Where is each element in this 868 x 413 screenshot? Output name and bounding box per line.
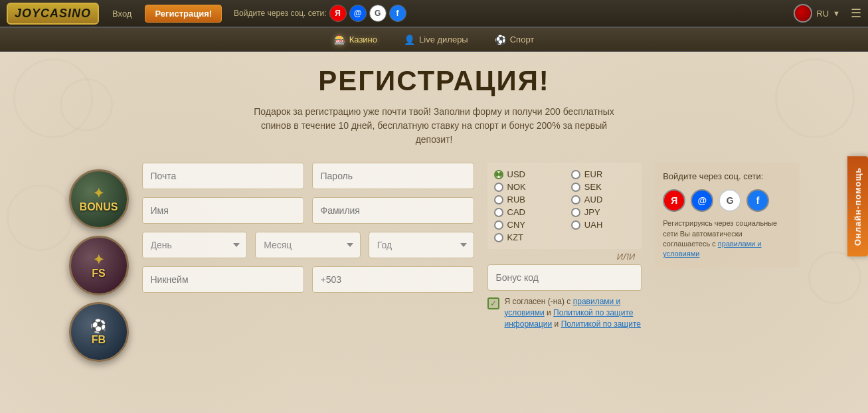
logo[interactable]: JOYCASINO (7, 3, 99, 25)
year-select[interactable]: Год (369, 232, 474, 258)
kzt-radio[interactable] (494, 233, 503, 242)
live-icon: 👤 (404, 35, 415, 45)
mail-social-icon[interactable]: @ (691, 189, 713, 212)
currency-aud[interactable]: AUD (571, 195, 635, 205)
currency-eur[interactable]: EUR (571, 169, 635, 179)
gear-decoration-4 (775, 58, 855, 138)
register-button[interactable]: Регистрация! (145, 5, 222, 23)
name-input[interactable] (142, 197, 304, 224)
agree-text-before: Я согласен (-на) с (505, 297, 573, 306)
language-area: RU ▼ (794, 4, 840, 23)
currency-usd[interactable]: USD (494, 169, 558, 179)
eur-radio[interactable] (571, 170, 580, 179)
agree-checkbox[interactable]: ✓ (487, 297, 499, 309)
nav-casino-label: Казино (349, 35, 377, 44)
currency-cad[interactable]: CAD (494, 207, 558, 217)
currency-nok[interactable]: NOK (494, 182, 558, 192)
right-panels: USD EUR NOK SEK (487, 163, 800, 329)
social-login-nav: Войдите через соц. сети: Я @ G f (234, 5, 406, 22)
password-input[interactable] (312, 163, 474, 189)
fb-icon: ⚽ (90, 318, 107, 334)
sek-radio[interactable] (571, 183, 580, 192)
currency-grid: USD EUR NOK SEK (487, 163, 642, 249)
day-select[interactable]: День (142, 232, 248, 258)
currency-kzt[interactable]: KZT (494, 232, 558, 242)
login-button[interactable]: Вход (104, 7, 139, 21)
or-row: ИЛИ (487, 252, 642, 262)
phone-input[interactable] (312, 266, 474, 293)
eur-label: EUR (584, 169, 602, 179)
cny-radio[interactable] (494, 220, 503, 230)
policy-link[interactable]: Политикой по защите (561, 319, 641, 329)
usd-label: USD (507, 169, 525, 179)
bonus-code-input[interactable] (487, 264, 642, 291)
cad-radio[interactable] (494, 208, 503, 217)
surname-input[interactable] (312, 197, 474, 224)
hamburger-menu-icon[interactable]: ☰ (851, 6, 861, 21)
page-title: РЕГИСТРАЦИЯ! (318, 65, 550, 97)
social-right-panel: Войдите через соц. сети: Я @ G f Регистр… (655, 163, 799, 268)
currency-sek[interactable]: SEK (571, 182, 635, 192)
bonus-label: BONUS (80, 201, 118, 213)
fb-circle[interactable]: ⚽ FB (69, 302, 129, 362)
bonus-plus-icon: ✦ (93, 185, 104, 201)
google-social-icon[interactable]: G (719, 189, 741, 212)
uah-radio[interactable] (571, 220, 580, 230)
rub-label: RUB (507, 195, 525, 205)
nav-item-casino[interactable]: 🎰 Казино (334, 35, 377, 45)
page-subtitle: Подарок за регистрацию уже почти твой! З… (242, 105, 627, 147)
social-icons-row: Я @ G f (663, 189, 791, 212)
yandex-social-icon[interactable]: Я (663, 189, 685, 212)
facebook-social-icon[interactable]: f (746, 189, 769, 212)
jpy-radio[interactable] (571, 208, 580, 217)
currency-rub[interactable]: RUB (494, 195, 558, 205)
nickname-input[interactable] (142, 266, 304, 293)
sport-icon: ⚽ (495, 35, 506, 45)
fs-plus-icon: ✦ (93, 252, 104, 268)
flag-icon (794, 4, 812, 23)
rub-radio[interactable] (494, 195, 503, 205)
agree-text-middle2: и (555, 319, 561, 329)
currency-jpy[interactable]: JPY (571, 207, 635, 217)
email-input[interactable] (142, 163, 304, 189)
online-help-button[interactable]: Онлайн-помощь (847, 157, 868, 257)
google-login-icon[interactable]: G (369, 5, 387, 22)
uah-label: UAH (584, 220, 602, 230)
nav-item-sport[interactable]: ⚽ Спорт (495, 35, 535, 45)
nav-live-label: Live дилеры (419, 35, 468, 44)
nav-item-live[interactable]: 👤 Live дилеры (404, 35, 468, 45)
language-label: RU (816, 9, 829, 19)
cny-label: CNY (507, 220, 525, 230)
registration-form: День Месяц Год (142, 163, 474, 293)
nav-sport-label: Спорт (510, 35, 535, 44)
freespin-circle[interactable]: ✦ FS (69, 236, 129, 295)
form-container: ✦ BONUS ✦ FS ⚽ FB Д (69, 163, 800, 362)
gear-decoration-1 (13, 58, 93, 138)
usd-radio[interactable] (494, 170, 503, 179)
kzt-label: KZT (507, 232, 524, 242)
gear-decoration-3 (7, 185, 73, 251)
currency-uah[interactable]: UAH (571, 220, 635, 230)
social-note: Регистрируясь через социальные сети Вы а… (663, 218, 791, 260)
currency-cny[interactable]: CNY (494, 220, 558, 230)
nok-label: NOK (507, 182, 526, 192)
month-select[interactable]: Месяц (255, 232, 361, 258)
aud-radio[interactable] (571, 195, 580, 205)
nickname-phone-row (142, 266, 474, 293)
fs-label: FS (92, 268, 105, 280)
facebook-login-icon[interactable]: f (389, 5, 406, 22)
top-navigation: JOYCASINO Вход Регистрация! Войдите чере… (0, 0, 868, 28)
language-dropdown-icon[interactable]: ▼ (833, 9, 840, 17)
bonus-circle[interactable]: ✦ BONUS (69, 169, 129, 229)
sek-label: SEK (584, 182, 602, 192)
or-text: ИЛИ (617, 252, 642, 262)
agree-row: ✓ Я согласен (-на) с правилами и условия… (487, 296, 642, 329)
casino-icon: 🎰 (334, 35, 345, 45)
email-password-row (142, 163, 474, 189)
nok-radio[interactable] (494, 183, 503, 192)
yandex-login-icon[interactable]: Я (329, 5, 347, 22)
agree-text-middle1: и (547, 308, 553, 317)
secondary-navigation: 🎰 Казино 👤 Live дилеры ⚽ Спорт (0, 28, 868, 52)
cad-label: CAD (507, 207, 525, 217)
mail-login-icon[interactable]: @ (349, 5, 367, 22)
